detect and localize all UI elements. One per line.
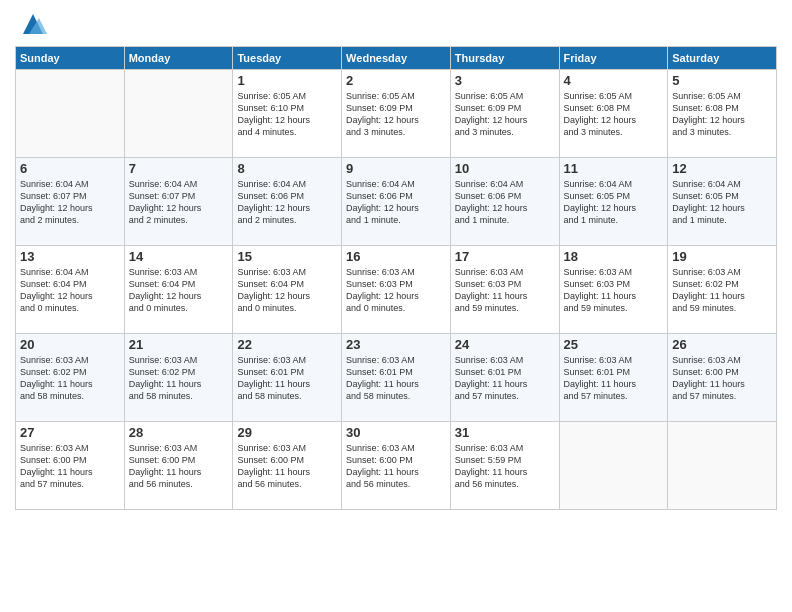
day-number: 15 bbox=[237, 249, 337, 264]
day-number: 4 bbox=[564, 73, 664, 88]
day-number: 23 bbox=[346, 337, 446, 352]
day-detail: Sunrise: 6:03 AM Sunset: 6:03 PM Dayligh… bbox=[455, 266, 555, 315]
calendar-week-row: 1Sunrise: 6:05 AM Sunset: 6:10 PM Daylig… bbox=[16, 70, 777, 158]
day-detail: Sunrise: 6:03 AM Sunset: 6:03 PM Dayligh… bbox=[346, 266, 446, 315]
calendar-day-cell: 18Sunrise: 6:03 AM Sunset: 6:03 PM Dayli… bbox=[559, 246, 668, 334]
calendar-day-cell: 13Sunrise: 6:04 AM Sunset: 6:04 PM Dayli… bbox=[16, 246, 125, 334]
calendar-day-cell: 30Sunrise: 6:03 AM Sunset: 6:00 PM Dayli… bbox=[342, 422, 451, 510]
calendar-day-cell: 7Sunrise: 6:04 AM Sunset: 6:07 PM Daylig… bbox=[124, 158, 233, 246]
calendar-day-cell: 19Sunrise: 6:03 AM Sunset: 6:02 PM Dayli… bbox=[668, 246, 777, 334]
calendar-week-row: 6Sunrise: 6:04 AM Sunset: 6:07 PM Daylig… bbox=[16, 158, 777, 246]
day-detail: Sunrise: 6:03 AM Sunset: 6:01 PM Dayligh… bbox=[346, 354, 446, 403]
calendar-day-cell: 21Sunrise: 6:03 AM Sunset: 6:02 PM Dayli… bbox=[124, 334, 233, 422]
day-detail: Sunrise: 6:05 AM Sunset: 6:09 PM Dayligh… bbox=[455, 90, 555, 139]
day-detail: Sunrise: 6:04 AM Sunset: 6:05 PM Dayligh… bbox=[564, 178, 664, 227]
calendar-day-cell bbox=[16, 70, 125, 158]
day-detail: Sunrise: 6:05 AM Sunset: 6:08 PM Dayligh… bbox=[672, 90, 772, 139]
header bbox=[15, 10, 777, 38]
day-detail: Sunrise: 6:04 AM Sunset: 6:06 PM Dayligh… bbox=[346, 178, 446, 227]
day-number: 9 bbox=[346, 161, 446, 176]
calendar-day-cell: 3Sunrise: 6:05 AM Sunset: 6:09 PM Daylig… bbox=[450, 70, 559, 158]
day-detail: Sunrise: 6:05 AM Sunset: 6:09 PM Dayligh… bbox=[346, 90, 446, 139]
calendar-day-cell: 11Sunrise: 6:04 AM Sunset: 6:05 PM Dayli… bbox=[559, 158, 668, 246]
calendar-day-cell: 14Sunrise: 6:03 AM Sunset: 6:04 PM Dayli… bbox=[124, 246, 233, 334]
day-detail: Sunrise: 6:04 AM Sunset: 6:06 PM Dayligh… bbox=[237, 178, 337, 227]
day-detail: Sunrise: 6:03 AM Sunset: 6:01 PM Dayligh… bbox=[237, 354, 337, 403]
day-number: 26 bbox=[672, 337, 772, 352]
day-number: 2 bbox=[346, 73, 446, 88]
day-detail: Sunrise: 6:04 AM Sunset: 6:05 PM Dayligh… bbox=[672, 178, 772, 227]
day-detail: Sunrise: 6:03 AM Sunset: 6:00 PM Dayligh… bbox=[346, 442, 446, 491]
calendar-header-monday: Monday bbox=[124, 47, 233, 70]
day-detail: Sunrise: 6:03 AM Sunset: 6:01 PM Dayligh… bbox=[564, 354, 664, 403]
calendar-header-friday: Friday bbox=[559, 47, 668, 70]
calendar-day-cell: 8Sunrise: 6:04 AM Sunset: 6:06 PM Daylig… bbox=[233, 158, 342, 246]
calendar-day-cell: 6Sunrise: 6:04 AM Sunset: 6:07 PM Daylig… bbox=[16, 158, 125, 246]
calendar-day-cell: 10Sunrise: 6:04 AM Sunset: 6:06 PM Dayli… bbox=[450, 158, 559, 246]
day-number: 22 bbox=[237, 337, 337, 352]
day-detail: Sunrise: 6:03 AM Sunset: 6:04 PM Dayligh… bbox=[237, 266, 337, 315]
day-detail: Sunrise: 6:04 AM Sunset: 6:06 PM Dayligh… bbox=[455, 178, 555, 227]
day-number: 27 bbox=[20, 425, 120, 440]
day-number: 13 bbox=[20, 249, 120, 264]
day-number: 28 bbox=[129, 425, 229, 440]
calendar-day-cell: 4Sunrise: 6:05 AM Sunset: 6:08 PM Daylig… bbox=[559, 70, 668, 158]
calendar-header-sunday: Sunday bbox=[16, 47, 125, 70]
calendar-day-cell: 15Sunrise: 6:03 AM Sunset: 6:04 PM Dayli… bbox=[233, 246, 342, 334]
day-number: 8 bbox=[237, 161, 337, 176]
day-number: 1 bbox=[237, 73, 337, 88]
calendar-day-cell: 16Sunrise: 6:03 AM Sunset: 6:03 PM Dayli… bbox=[342, 246, 451, 334]
day-detail: Sunrise: 6:03 AM Sunset: 6:02 PM Dayligh… bbox=[129, 354, 229, 403]
day-number: 21 bbox=[129, 337, 229, 352]
day-number: 7 bbox=[129, 161, 229, 176]
day-number: 29 bbox=[237, 425, 337, 440]
calendar-day-cell: 1Sunrise: 6:05 AM Sunset: 6:10 PM Daylig… bbox=[233, 70, 342, 158]
day-number: 18 bbox=[564, 249, 664, 264]
day-number: 20 bbox=[20, 337, 120, 352]
page: SundayMondayTuesdayWednesdayThursdayFrid… bbox=[0, 0, 792, 520]
calendar-day-cell: 26Sunrise: 6:03 AM Sunset: 6:00 PM Dayli… bbox=[668, 334, 777, 422]
calendar-week-row: 13Sunrise: 6:04 AM Sunset: 6:04 PM Dayli… bbox=[16, 246, 777, 334]
calendar-day-cell: 22Sunrise: 6:03 AM Sunset: 6:01 PM Dayli… bbox=[233, 334, 342, 422]
day-detail: Sunrise: 6:03 AM Sunset: 6:02 PM Dayligh… bbox=[20, 354, 120, 403]
day-detail: Sunrise: 6:05 AM Sunset: 6:08 PM Dayligh… bbox=[564, 90, 664, 139]
day-number: 10 bbox=[455, 161, 555, 176]
day-number: 30 bbox=[346, 425, 446, 440]
calendar-day-cell: 12Sunrise: 6:04 AM Sunset: 6:05 PM Dayli… bbox=[668, 158, 777, 246]
calendar-header-thursday: Thursday bbox=[450, 47, 559, 70]
calendar-week-row: 27Sunrise: 6:03 AM Sunset: 6:00 PM Dayli… bbox=[16, 422, 777, 510]
day-number: 17 bbox=[455, 249, 555, 264]
day-detail: Sunrise: 6:03 AM Sunset: 5:59 PM Dayligh… bbox=[455, 442, 555, 491]
day-number: 25 bbox=[564, 337, 664, 352]
day-number: 12 bbox=[672, 161, 772, 176]
day-number: 3 bbox=[455, 73, 555, 88]
day-detail: Sunrise: 6:03 AM Sunset: 6:00 PM Dayligh… bbox=[129, 442, 229, 491]
day-number: 24 bbox=[455, 337, 555, 352]
day-detail: Sunrise: 6:03 AM Sunset: 6:01 PM Dayligh… bbox=[455, 354, 555, 403]
day-number: 31 bbox=[455, 425, 555, 440]
calendar-day-cell: 20Sunrise: 6:03 AM Sunset: 6:02 PM Dayli… bbox=[16, 334, 125, 422]
calendar-day-cell: 31Sunrise: 6:03 AM Sunset: 5:59 PM Dayli… bbox=[450, 422, 559, 510]
calendar-day-cell: 23Sunrise: 6:03 AM Sunset: 6:01 PM Dayli… bbox=[342, 334, 451, 422]
calendar-day-cell: 2Sunrise: 6:05 AM Sunset: 6:09 PM Daylig… bbox=[342, 70, 451, 158]
calendar-day-cell: 24Sunrise: 6:03 AM Sunset: 6:01 PM Dayli… bbox=[450, 334, 559, 422]
calendar-week-row: 20Sunrise: 6:03 AM Sunset: 6:02 PM Dayli… bbox=[16, 334, 777, 422]
calendar-header-row: SundayMondayTuesdayWednesdayThursdayFrid… bbox=[16, 47, 777, 70]
logo bbox=[15, 10, 47, 38]
calendar-day-cell bbox=[124, 70, 233, 158]
day-number: 19 bbox=[672, 249, 772, 264]
calendar-day-cell bbox=[668, 422, 777, 510]
calendar-day-cell: 27Sunrise: 6:03 AM Sunset: 6:00 PM Dayli… bbox=[16, 422, 125, 510]
calendar-day-cell: 28Sunrise: 6:03 AM Sunset: 6:00 PM Dayli… bbox=[124, 422, 233, 510]
day-detail: Sunrise: 6:03 AM Sunset: 6:00 PM Dayligh… bbox=[237, 442, 337, 491]
day-detail: Sunrise: 6:03 AM Sunset: 6:02 PM Dayligh… bbox=[672, 266, 772, 315]
day-number: 11 bbox=[564, 161, 664, 176]
day-detail: Sunrise: 6:04 AM Sunset: 6:07 PM Dayligh… bbox=[129, 178, 229, 227]
calendar-day-cell bbox=[559, 422, 668, 510]
day-detail: Sunrise: 6:03 AM Sunset: 6:00 PM Dayligh… bbox=[672, 354, 772, 403]
calendar-day-cell: 9Sunrise: 6:04 AM Sunset: 6:06 PM Daylig… bbox=[342, 158, 451, 246]
logo-icon bbox=[19, 10, 47, 38]
calendar-header-saturday: Saturday bbox=[668, 47, 777, 70]
calendar: SundayMondayTuesdayWednesdayThursdayFrid… bbox=[15, 46, 777, 510]
calendar-day-cell: 5Sunrise: 6:05 AM Sunset: 6:08 PM Daylig… bbox=[668, 70, 777, 158]
